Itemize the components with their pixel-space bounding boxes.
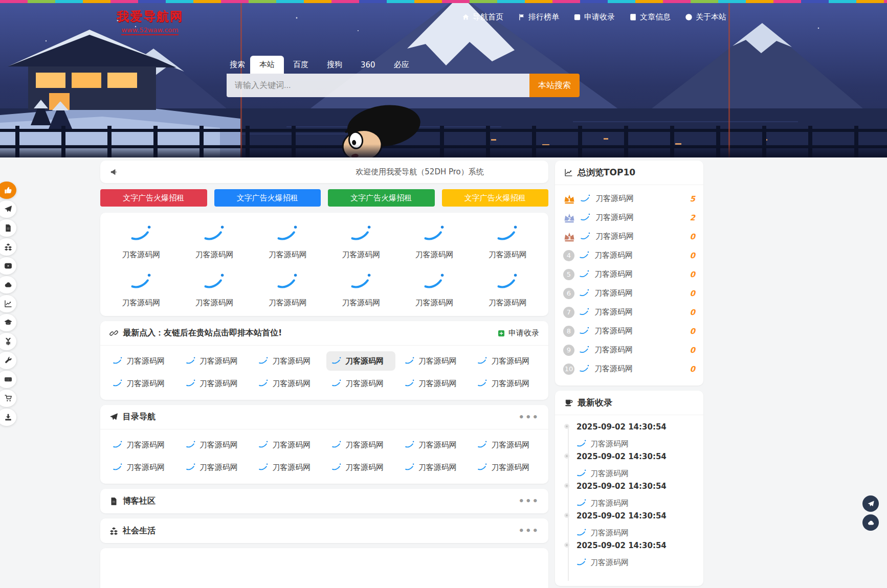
- directory-link-item[interactable]: 刀客源码网: [326, 435, 395, 455]
- tool-wrench[interactable]: [0, 352, 16, 369]
- site-logo-icon: [276, 223, 299, 245]
- timeline-dot-icon: [564, 454, 569, 459]
- directory-nav-card: 目录导航 ••• 刀客源码网 刀客源码网: [100, 405, 548, 484]
- top10-row[interactable]: 1 刀客源码网 5: [563, 189, 695, 208]
- directory-link-item[interactable]: 刀客源码网: [107, 435, 176, 455]
- site-item[interactable]: 刀客源码网: [324, 271, 397, 308]
- tool-thumbs-up[interactable]: [0, 182, 16, 199]
- more-button[interactable]: •••: [518, 415, 539, 420]
- site-item[interactable]: 刀客源码网: [178, 271, 251, 308]
- tool-cubes[interactable]: [0, 238, 16, 256]
- ad-button-green[interactable]: 文字广告火爆招租: [328, 189, 435, 207]
- top10-row[interactable]: 7 刀客源码网 0: [563, 303, 695, 322]
- tool-paper-plane[interactable]: [0, 200, 16, 218]
- views-count: 5: [690, 194, 695, 203]
- left-tool-rail: [0, 180, 16, 427]
- tool-graduation[interactable]: [0, 314, 16, 331]
- float-paper-plane-button[interactable]: [862, 495, 879, 512]
- top10-row[interactable]: 3 刀客源码网 0: [563, 227, 695, 246]
- top10-row[interactable]: 4 刀客源码网 0: [563, 246, 695, 265]
- directory-link-item[interactable]: 刀客源码网: [253, 458, 322, 477]
- friend-link-item[interactable]: 刀客源码网: [181, 374, 250, 393]
- collect-site-name: 刀客源码网: [590, 499, 629, 508]
- tool-file[interactable]: [0, 219, 16, 237]
- friend-link-item[interactable]: 刀客源码网: [472, 351, 541, 371]
- submit-site-action[interactable]: 申请收录: [497, 328, 539, 338]
- friend-link-item[interactable]: 刀客源码网: [400, 351, 469, 371]
- friend-link-item[interactable]: 刀客源码网: [472, 374, 541, 393]
- search-tab-baidu[interactable]: 百度: [284, 56, 318, 74]
- friend-link-item[interactable]: 刀客源码网: [326, 351, 395, 371]
- search-tab-bing[interactable]: 必应: [385, 56, 418, 74]
- site-logo[interactable]: 我爱导航网 www.52waw.com: [117, 8, 183, 35]
- site-logo-icon: [258, 440, 269, 450]
- tool-yen[interactable]: [0, 333, 16, 350]
- site-logo-icon: [579, 288, 590, 299]
- ad-button-red[interactable]: 文字广告火爆招租: [100, 189, 207, 207]
- more-button[interactable]: •••: [518, 528, 539, 533]
- search-tab-local[interactable]: 本站: [250, 56, 284, 74]
- collect-site-link[interactable]: 刀客源码网: [576, 555, 695, 570]
- ad-button-yellow[interactable]: 文字广告火爆招租: [442, 189, 549, 207]
- friend-link-item[interactable]: 刀客源码网: [253, 374, 322, 393]
- tool-keyboard[interactable]: [0, 371, 16, 388]
- ad-button-blue[interactable]: 文字广告火爆招租: [214, 189, 321, 207]
- nav-item-home[interactable]: 导航首页: [462, 12, 503, 22]
- site-item[interactable]: 刀客源码网: [471, 223, 544, 260]
- tool-chart[interactable]: [0, 295, 16, 312]
- top10-row[interactable]: 10 刀客源码网 0: [563, 359, 695, 378]
- directory-link-item[interactable]: 刀客源码网: [107, 458, 176, 477]
- directory-link-item[interactable]: 刀客源码网: [181, 458, 250, 477]
- tool-cart[interactable]: [0, 390, 16, 407]
- friend-link-item[interactable]: 刀客源码网: [326, 374, 395, 393]
- search-button[interactable]: 本站搜索: [529, 74, 580, 97]
- site-item[interactable]: 刀客源码网: [471, 271, 544, 308]
- site-item[interactable]: 刀客源码网: [251, 223, 324, 260]
- tool-download[interactable]: [0, 409, 16, 426]
- directory-link-item[interactable]: 刀客源码网: [326, 458, 395, 477]
- friend-link-item[interactable]: 刀客源码网: [107, 351, 176, 371]
- site-item[interactable]: 刀客源码网: [104, 271, 178, 308]
- collect-site-link[interactable]: 刀客源码网: [576, 496, 695, 510]
- site-item[interactable]: 刀客源码网: [178, 223, 251, 260]
- nav-label: 文章信息: [640, 12, 671, 22]
- site-item[interactable]: 刀客源码网: [324, 223, 397, 260]
- more-button[interactable]: •••: [518, 499, 539, 504]
- collect-site-link[interactable]: 刀客源码网: [576, 466, 695, 481]
- top10-row[interactable]: 5 刀客源码网 0: [563, 265, 695, 284]
- tool-cloud[interactable]: [0, 276, 16, 293]
- directory-link-item[interactable]: 刀客源码网: [400, 458, 469, 477]
- site-item[interactable]: 刀客源码网: [251, 271, 324, 308]
- directory-link-item[interactable]: 刀客源码网: [181, 435, 250, 455]
- top10-row[interactable]: 9 刀客源码网 0: [563, 341, 695, 359]
- friend-link-item[interactable]: 刀客源码网: [181, 351, 250, 371]
- latest-in-card: 最新点入：友链后在贵站点击即排本站首位! 申请收录 刀客源码网 刀客源码网: [100, 321, 548, 400]
- nav-item-ranking[interactable]: 排行榜单: [518, 12, 559, 22]
- tool-video[interactable]: [0, 257, 16, 275]
- directory-link-item[interactable]: 刀客源码网: [253, 435, 322, 455]
- directory-link-item[interactable]: 刀客源码网: [400, 435, 469, 455]
- site-item[interactable]: 刀客源码网: [104, 223, 178, 260]
- nav-item-articles[interactable]: 文章信息: [629, 12, 671, 22]
- collect-site-link[interactable]: 刀客源码网: [576, 437, 695, 451]
- friend-link-item[interactable]: 刀客源码网: [107, 374, 176, 393]
- top10-row[interactable]: 2 刀客源码网 2: [563, 208, 695, 227]
- views-count: 0: [690, 327, 695, 336]
- cloud-icon: [867, 519, 875, 527]
- directory-link-item[interactable]: 刀客源码网: [472, 458, 541, 477]
- site-item[interactable]: 刀客源码网: [397, 271, 471, 308]
- friend-link-item[interactable]: 刀客源码网: [400, 374, 469, 393]
- friend-link-item[interactable]: 刀客源码网: [253, 351, 322, 371]
- top10-row[interactable]: 8 刀客源码网 0: [563, 322, 695, 341]
- directory-link-item[interactable]: 刀客源码网: [472, 435, 541, 455]
- nav-item-about[interactable]: 关于本站: [685, 12, 726, 22]
- collect-site-link[interactable]: 刀客源码网: [576, 526, 695, 540]
- float-cloud-button[interactable]: [862, 514, 879, 531]
- top10-row[interactable]: 6 刀客源码网 0: [563, 284, 695, 303]
- megaphone-icon: [109, 168, 118, 176]
- site-item[interactable]: 刀客源码网: [397, 223, 471, 260]
- search-tab-sogou[interactable]: 搜狗: [318, 56, 351, 74]
- search-tab-360[interactable]: 360: [351, 56, 385, 74]
- search-input[interactable]: [227, 74, 529, 97]
- nav-item-submit[interactable]: 申请收录: [573, 12, 615, 22]
